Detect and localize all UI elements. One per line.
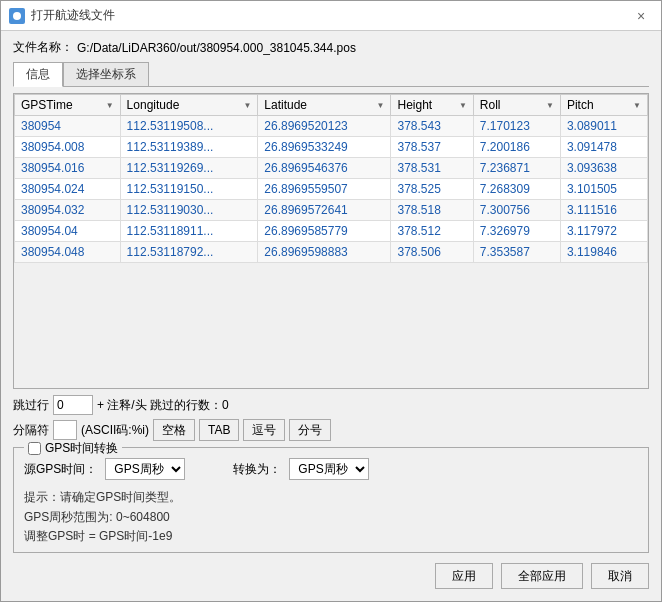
col-latitude[interactable]: Latitude ▼ [258,95,391,116]
col-gpstime[interactable]: GPSTime ▼ [15,95,121,116]
table-row: 380954.04112.53118911...26.8969585779378… [15,221,648,242]
table-cell: 378.506 [391,242,473,263]
gps-source-select[interactable]: GPS周秒 [105,458,185,480]
gps-source-row: 源GPS时间： GPS周秒 转换为： GPS周秒 [24,458,638,480]
table-row: 380954.016112.53119269...26.896954637637… [15,158,648,179]
skip-input[interactable] [53,395,93,415]
table-cell: 112.53119508... [120,116,258,137]
table-cell: 112.53119269... [120,158,258,179]
data-table-container: GPSTime ▼ Longitude ▼ [13,93,649,389]
bottom-controls: 跳过行 + 注释/头 跳过的行数：0 分隔符 (ASCII码:%i) 空格 TA… [13,395,649,441]
ascii-hint: (ASCII码:%i) [81,422,149,439]
separator-input[interactable] [53,420,77,440]
main-window: 打开航迹线文件 × 文件名称： G:/Data/LiDAR360/out/380… [0,0,662,602]
gps-target-select[interactable]: GPS周秒 [289,458,369,480]
table-cell: 26.8969585779 [258,221,391,242]
table-cell: 378.512 [391,221,473,242]
table-cell: 378.537 [391,137,473,158]
sort-gpstime-icon: ▼ [106,101,114,110]
separator-label: 分隔符 [13,422,49,439]
close-button[interactable]: × [629,4,653,28]
table-cell: 380954 [15,116,121,137]
gps-group: GPS时间转换 源GPS时间： GPS周秒 转换为： GPS周秒 提示：请确定G… [13,447,649,553]
gps-source-label: 源GPS时间： [24,461,97,478]
separator-row: 分隔符 (ASCII码:%i) 空格 TAB 逗号 分号 [13,419,649,441]
table-cell: 380954.024 [15,179,121,200]
tab-bar: 信息 选择坐标系 [13,62,649,87]
col-longitude[interactable]: Longitude ▼ [120,95,258,116]
tab-button[interactable]: TAB [199,419,239,441]
table-cell: 112.53118792... [120,242,258,263]
sort-roll-icon: ▼ [546,101,554,110]
file-path: G:/Data/LiDAR360/out/380954.000_381045.3… [77,41,356,55]
table-cell: 26.8969546376 [258,158,391,179]
col-pitch[interactable]: Pitch ▼ [560,95,647,116]
table-cell: 3.091478 [560,137,647,158]
table-cell: 7.236871 [473,158,560,179]
table-cell: 26.8969533249 [258,137,391,158]
content-area: 文件名称： G:/Data/LiDAR360/out/380954.000_38… [1,31,661,601]
skip-label: 跳过行 [13,397,49,414]
svg-point-0 [13,12,21,20]
title-bar: 打开航迹线文件 × [1,1,661,31]
gps-hint-line3: 调整GPS时 = GPS时间-1e9 [24,527,638,546]
table-cell: 112.53119389... [120,137,258,158]
space-button[interactable]: 空格 [153,419,195,441]
table-cell: 112.53119030... [120,200,258,221]
sort-height-icon: ▼ [459,101,467,110]
table-cell: 380954.016 [15,158,121,179]
table-cell: 7.300756 [473,200,560,221]
table-cell: 380954.008 [15,137,121,158]
cancel-button[interactable]: 取消 [591,563,649,589]
table-cell: 26.8969520123 [258,116,391,137]
table-row: 380954.024112.53119150...26.896955950737… [15,179,648,200]
table-cell: 380954.04 [15,221,121,242]
table-cell: 3.117972 [560,221,647,242]
table-cell: 3.089011 [560,116,647,137]
table-cell: 380954.032 [15,200,121,221]
comma-button[interactable]: 逗号 [243,419,285,441]
table-cell: 3.093638 [560,158,647,179]
apply-all-button[interactable]: 全部应用 [501,563,583,589]
table-cell: 7.200186 [473,137,560,158]
file-name-label: 文件名称： [13,39,73,56]
table-cell: 380954.048 [15,242,121,263]
tab-coordinate[interactable]: 选择坐标系 [63,62,149,86]
window-title: 打开航迹线文件 [31,7,629,24]
gps-legend-label: GPS时间转换 [45,440,118,457]
table-cell: 378.531 [391,158,473,179]
table-wrapper[interactable]: GPSTime ▼ Longitude ▼ [14,94,648,388]
table-cell: 26.8969572641 [258,200,391,221]
tab-info[interactable]: 信息 [13,62,63,87]
gps-group-legend: GPS时间转换 [24,440,122,457]
table-cell: 7.353587 [473,242,560,263]
sort-latitude-icon: ▼ [377,101,385,110]
table-cell: 3.119846 [560,242,647,263]
table-cell: 7.170123 [473,116,560,137]
table-cell: 3.101505 [560,179,647,200]
sort-pitch-icon: ▼ [633,101,641,110]
gps-convert-checkbox[interactable] [28,442,41,455]
table-cell: 378.525 [391,179,473,200]
table-cell: 378.518 [391,200,473,221]
data-table: GPSTime ▼ Longitude ▼ [14,94,648,263]
window-icon [9,8,25,24]
table-cell: 7.326979 [473,221,560,242]
skip-row: 跳过行 + 注释/头 跳过的行数：0 [13,395,649,415]
gps-hint: 提示：请确定GPS时间类型。 GPS周秒范围为: 0~604800 调整GPS时… [24,488,638,546]
table-row: 380954112.53119508...26.8969520123378.54… [15,116,648,137]
gps-hint-line1: 提示：请确定GPS时间类型。 [24,488,638,507]
bottom-buttons: 应用 全部应用 取消 [13,559,649,593]
col-height[interactable]: Height ▼ [391,95,473,116]
table-cell: 7.268309 [473,179,560,200]
table-cell: 112.53118911... [120,221,258,242]
table-header-row: GPSTime ▼ Longitude ▼ [15,95,648,116]
gps-convert-label: 转换为： [233,461,281,478]
table-cell: 378.543 [391,116,473,137]
semicolon-button[interactable]: 分号 [289,419,331,441]
apply-button[interactable]: 应用 [435,563,493,589]
col-roll[interactable]: Roll ▼ [473,95,560,116]
table-row: 380954.048112.53118792...26.896959888337… [15,242,648,263]
table-row: 380954.032112.53119030...26.896957264137… [15,200,648,221]
gps-hint-line2: GPS周秒范围为: 0~604800 [24,508,638,527]
